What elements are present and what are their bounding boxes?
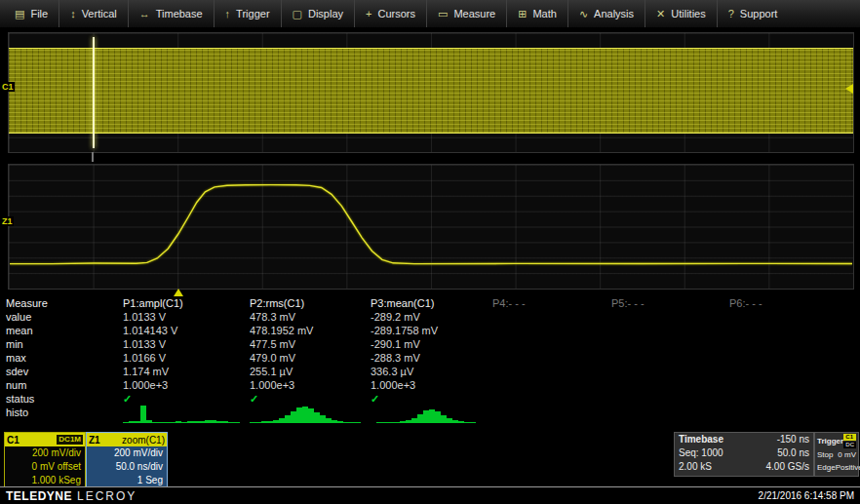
measure-value-cell xyxy=(729,310,856,324)
menu-item-vertical[interactable]: ↕Vertical xyxy=(59,0,128,27)
measure-status-check: ✓ xyxy=(371,392,492,406)
trigger-badges: C1 DC xyxy=(843,434,856,448)
measure-status-check: ✓ xyxy=(250,392,371,406)
measure-value-cell: 1.0133 V xyxy=(123,337,250,351)
measure-value-cell xyxy=(492,378,611,392)
menu-item-label: Trigger xyxy=(236,8,269,19)
trigger-detail-left: Edge xyxy=(817,461,836,474)
teledyne-lecroy-logo: TELEDYNE LECROY xyxy=(6,489,137,503)
menu-item-support[interactable]: ?Support xyxy=(717,0,789,27)
measure-value-cell: -290.1 mV xyxy=(371,337,492,351)
measure-value-cell xyxy=(492,365,611,378)
c1-waveform-trace[interactable] xyxy=(9,48,853,134)
timebase-detail-rows: Seq: 100050.0 ns2.00 kS4.00 GS/s xyxy=(675,446,813,474)
measure-value-cell: 479.0 mV xyxy=(250,351,371,365)
main-waveform-grid xyxy=(8,32,854,153)
display-icon: ▢ xyxy=(293,9,302,19)
support-icon: ? xyxy=(728,9,734,19)
z1-descriptor-header: Z1 zoom(C1) xyxy=(87,433,167,446)
trigger-header-row: Trigger C1 DC xyxy=(815,433,858,448)
z1-descriptor-line: 50.0 ns/div xyxy=(87,460,167,474)
menu-item-timebase[interactable]: ↔Timebase xyxy=(128,0,214,27)
measure-column-header[interactable]: P6:- - - xyxy=(729,296,856,310)
measure-value-cell: 478.1952 mV xyxy=(250,324,371,337)
timebase-delay-value: -150 ns xyxy=(777,433,809,446)
measure-column-header[interactable]: P4:- - - xyxy=(492,296,611,310)
z1-descriptor-lines: 200 mV/div50.0 ns/div1 Seg xyxy=(87,446,167,487)
menu-item-label: Support xyxy=(740,8,778,19)
measure-value-cell: 1.014143 V xyxy=(123,324,250,337)
trigger-title: Trigger xyxy=(817,437,843,446)
c1-descriptor-line: 1.000 kSeg xyxy=(5,474,85,487)
measure-value-cell xyxy=(492,310,611,324)
menu-item-analysis[interactable]: ∿Analysis xyxy=(567,0,645,27)
measure-value-cell: 1.000e+3 xyxy=(371,378,492,392)
c1-channel-label: C1 xyxy=(1,82,15,92)
trigger-time-tick xyxy=(92,152,94,162)
histogram-bar xyxy=(470,422,476,423)
menu-item-label: Display xyxy=(308,8,343,19)
menu-item-cursors[interactable]: +Cursors xyxy=(354,0,426,27)
measure-value-cell: 478.3 mV xyxy=(250,310,371,324)
menu-item-label: File xyxy=(30,8,48,19)
measure-value-cell xyxy=(492,337,611,351)
datetime-display: 2/21/2016 6:14:58 PM xyxy=(759,490,854,501)
measure-table: MeasureP1:ampl(C1)P2:rms(C1)P3:mean(C1)P… xyxy=(6,296,856,423)
c1-descriptor-lines: 200 mV/div0 mV offset1.000 kSeg xyxy=(5,446,85,487)
measure-row-label: status xyxy=(6,392,123,406)
measure-histogram xyxy=(123,406,250,423)
menu-item-file[interactable]: ▤File xyxy=(4,0,59,27)
status-bar: TELEDYNE LECROY 2/21/2016 6:14:58 PM xyxy=(0,486,860,504)
trigger-source-badge: C1 xyxy=(843,434,856,441)
z1-zoom-trace[interactable] xyxy=(10,166,852,288)
trigger-detail-row: Stop0 mV xyxy=(815,448,858,461)
c1-descriptor-line: 200 mV/div xyxy=(5,446,85,460)
measure-value-cell xyxy=(611,378,729,392)
measure-column-header[interactable]: P5:- - - xyxy=(611,296,729,310)
measure-value-cell: 477.5 mV xyxy=(250,337,371,351)
measure-value-cell: 1.000e+3 xyxy=(123,378,250,392)
menu-item-label: Utilities xyxy=(671,8,705,19)
trigger-detail-row: EdgePositive xyxy=(815,461,858,474)
measure-row-label: value xyxy=(6,310,123,324)
measure-row-label: num xyxy=(6,378,123,392)
oscilloscope-screen: ▤File↕Vertical↔Timebase↑Trigger▢Display+… xyxy=(0,0,860,504)
measure-table-corner-label: Measure xyxy=(6,296,123,310)
trigger-descriptor-box[interactable]: Trigger C1 DC Stop0 mVEdgePositive xyxy=(814,432,859,477)
z1-descriptor-box[interactable]: Z1 zoom(C1) 200 mV/div50.0 ns/div1 Seg xyxy=(86,432,168,488)
trigger-detail-left: Stop xyxy=(817,448,833,461)
menu-item-measure[interactable]: ▭Measure xyxy=(426,0,506,27)
c1-offset-marker[interactable] xyxy=(845,84,853,94)
timebase-icon: ↔ xyxy=(139,9,150,19)
c1-descriptor-box[interactable]: C1 DC1M 200 mV/div0 mV offset1.000 kSeg xyxy=(4,432,86,488)
trigger-coupling-badge: DC xyxy=(843,442,856,448)
menu-item-display[interactable]: ▢Display xyxy=(281,0,354,27)
trigger-delay-marker[interactable] xyxy=(174,289,183,296)
measure-histogram xyxy=(729,406,856,423)
menu-item-trigger[interactable]: ↑Trigger xyxy=(214,0,281,27)
measure-column-header[interactable]: P2:rms(C1) xyxy=(250,296,371,310)
measure-histogram xyxy=(611,406,729,423)
measure-value-cell xyxy=(492,324,611,337)
menu-item-utilities[interactable]: ✕Utilities xyxy=(645,0,717,27)
measure-row-label: max xyxy=(6,351,123,365)
utilities-icon: ✕ xyxy=(656,9,665,19)
menu-item-math[interactable]: ⊞Math xyxy=(506,0,567,27)
math-icon: ⊞ xyxy=(518,9,527,19)
c1-trigger-line xyxy=(93,37,95,148)
timebase-detail-left: Seq: 1000 xyxy=(679,446,723,460)
timebase-header-row: Timebase -150 ns xyxy=(675,433,813,446)
menu-item-label: Math xyxy=(532,8,556,19)
measure-column-header[interactable]: P3:mean(C1) xyxy=(371,296,492,310)
menu-item-label: Analysis xyxy=(594,8,634,19)
measure-histogram xyxy=(250,406,371,423)
measure-column-header[interactable]: P1:ampl(C1) xyxy=(123,296,250,310)
menu-item-label: Measure xyxy=(453,8,495,19)
timebase-detail-left: 2.00 kS xyxy=(679,460,712,474)
timebase-detail-right: 50.0 ns xyxy=(777,446,809,460)
measure-value-cell xyxy=(729,378,856,392)
measure-status-check: ✓ xyxy=(123,392,250,406)
measure-value-cell: 1.0166 V xyxy=(123,351,250,365)
measure-row-label: sdev xyxy=(6,365,123,378)
timebase-descriptor-box[interactable]: Timebase -150 ns Seq: 100050.0 ns2.00 kS… xyxy=(674,432,814,477)
